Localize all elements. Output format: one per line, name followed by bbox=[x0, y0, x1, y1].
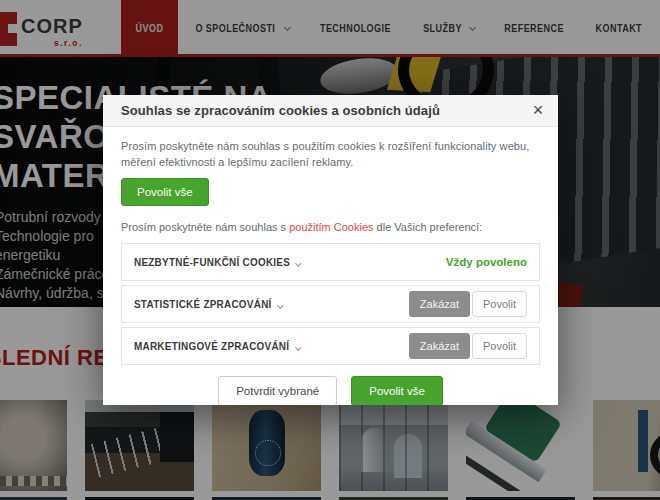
statistical-deny-button[interactable]: Zakázat bbox=[409, 291, 470, 317]
always-allowed-badge: Vždy povoleno bbox=[446, 256, 527, 268]
category-row-statistical: STATISTICKÉ ZPRACOVÁNÍ Zakázat Povolit bbox=[121, 285, 540, 323]
allow-all-button-top[interactable]: Povolit vše bbox=[121, 178, 209, 206]
category-row-necessary: NEZBYTNÉ-FUNKČNÍ COOKIES Vždy povoleno bbox=[121, 243, 540, 281]
statistical-allow-button[interactable]: Povolit bbox=[472, 291, 527, 317]
confirm-selected-button[interactable]: Potvrdit vybrané bbox=[218, 376, 337, 405]
chevron-down-icon bbox=[295, 260, 301, 267]
modal-body: Prosím poskytněte nám souhlas s použitím… bbox=[103, 127, 558, 405]
chevron-down-icon bbox=[277, 302, 283, 309]
chevron-down-icon bbox=[295, 344, 301, 351]
cookies-usage-link[interactable]: použitím Cookies bbox=[289, 221, 373, 233]
modal-title: Souhlas se zpracováním cookies a osobníc… bbox=[121, 103, 440, 118]
modal-header: Souhlas se zpracováním cookies a osobníc… bbox=[103, 95, 558, 127]
cookie-category-list: NEZBYTNÉ-FUNKČNÍ COOKIES Vždy povoleno S… bbox=[121, 243, 540, 365]
close-icon[interactable]: × bbox=[526, 98, 550, 122]
marketing-toggle: Zakázat Povolit bbox=[409, 333, 527, 359]
category-row-marketing: MARKETINGOVÉ ZPRACOVÁNÍ Zakázat Povolit bbox=[121, 327, 540, 365]
cookie-consent-modal: Souhlas se zpracováním cookies a osobníc… bbox=[103, 95, 558, 405]
category-necessary-label[interactable]: NEZBYTNÉ-FUNKČNÍ COOKIES bbox=[134, 256, 301, 268]
allow-all-button-bottom[interactable]: Povolit vše bbox=[351, 376, 443, 405]
cookie-intro-text: Prosím poskytněte nám souhlas s použitím… bbox=[121, 138, 540, 170]
marketing-allow-button[interactable]: Povolit bbox=[472, 333, 527, 359]
marketing-deny-button[interactable]: Zakázat bbox=[409, 333, 470, 359]
category-marketing-label[interactable]: MARKETINGOVÉ ZPRACOVÁNÍ bbox=[134, 340, 300, 352]
statistical-toggle: Zakázat Povolit bbox=[409, 291, 527, 317]
category-statistical-label[interactable]: STATISTICKÉ ZPRACOVÁNÍ bbox=[134, 298, 282, 310]
cookie-preferences-text: Prosím poskytněte nám souhlas s použitím… bbox=[121, 219, 540, 235]
modal-footer: Potvrdit vybrané Povolit vše bbox=[121, 376, 540, 405]
